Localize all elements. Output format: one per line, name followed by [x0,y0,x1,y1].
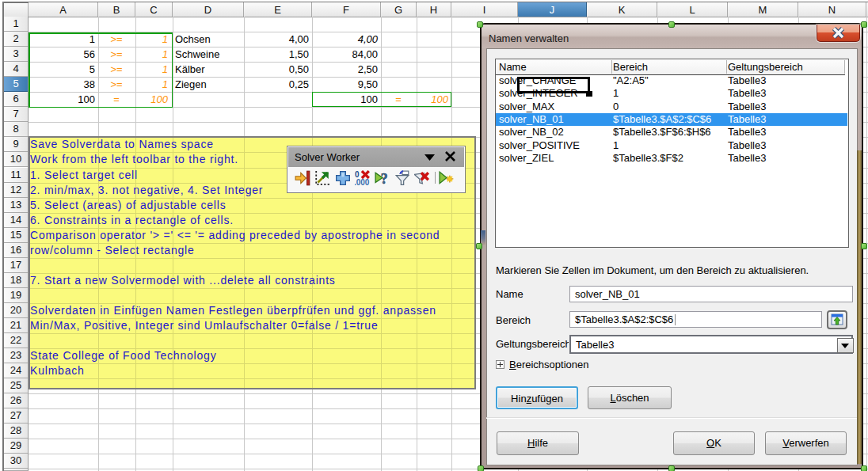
svg-text:.000: .000 [355,178,370,186]
svg-text:?: ? [381,171,388,186]
